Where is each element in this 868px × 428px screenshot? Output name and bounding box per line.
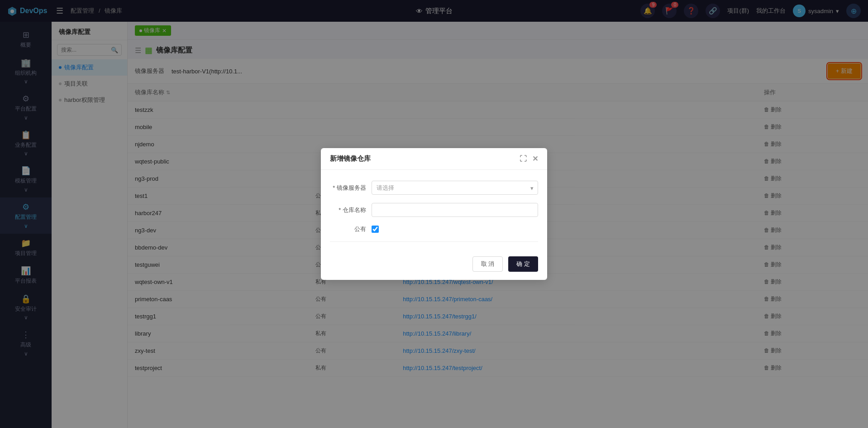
modal-expand-icon[interactable]: ⛶ — [520, 155, 527, 163]
public-checkbox-wrap — [372, 226, 379, 233]
public-field-label: 公有 — [330, 225, 366, 233]
server-select-wrap: 请选择 — [372, 181, 538, 195]
modal-overlay[interactable]: 新增镜像仓库 ⛶ ✕ * 镜像服务器 请选择 * 仓库名称 公有 — [0, 0, 868, 428]
form-row-public: 公有 — [330, 225, 538, 233]
confirm-button[interactable]: 确 定 — [508, 256, 538, 272]
modal-close-icon[interactable]: ✕ — [532, 154, 538, 163]
modal-header-actions: ⛶ ✕ — [520, 154, 538, 163]
modal-title: 新增镜像仓库 — [330, 154, 371, 163]
server-select[interactable]: 请选择 — [372, 181, 538, 195]
form-row-server: * 镜像服务器 请选择 — [330, 181, 538, 195]
repo-field-label: * 仓库名称 — [330, 206, 366, 214]
modal-footer: 取 消 确 定 — [321, 256, 547, 280]
server-field-label: * 镜像服务器 — [330, 184, 366, 192]
modal-header: 新增镜像仓库 ⛶ ✕ — [321, 148, 547, 170]
public-checkbox[interactable] — [372, 226, 379, 233]
modal-body: * 镜像服务器 请选择 * 仓库名称 公有 — [321, 170, 547, 256]
modal-divider — [330, 241, 538, 242]
repo-name-input[interactable] — [372, 203, 538, 217]
add-mirror-modal: 新增镜像仓库 ⛶ ✕ * 镜像服务器 请选择 * 仓库名称 公有 — [321, 148, 547, 280]
cancel-button[interactable]: 取 消 — [472, 256, 503, 272]
form-row-repo: * 仓库名称 — [330, 203, 538, 217]
